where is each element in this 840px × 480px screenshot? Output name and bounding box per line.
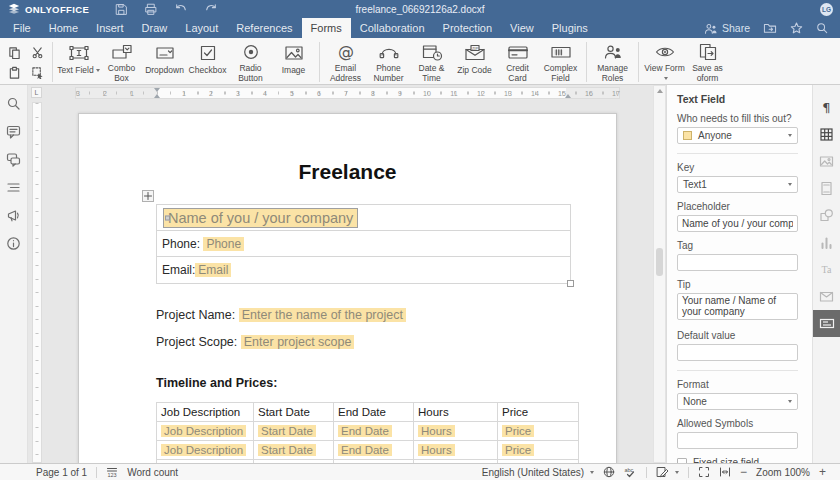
name-text-field[interactable]: Name of you / your company (163, 208, 358, 228)
complex-field-button[interactable]: Complex Field (539, 41, 582, 83)
track-changes-button[interactable] (656, 466, 679, 478)
select-all-icon[interactable] (29, 63, 45, 81)
comments-icon[interactable] (6, 124, 21, 139)
tab-home[interactable]: Home (40, 18, 87, 38)
price-table-row[interactable]: Job Description Start Date End Date Hour… (157, 422, 579, 441)
date-time-button[interactable]: Date & Time (410, 41, 453, 83)
set-language-globe-icon[interactable] (603, 466, 615, 478)
redo-icon[interactable] (204, 3, 218, 15)
tab-stop-selector[interactable]: L (31, 87, 42, 98)
tag-input[interactable] (677, 254, 798, 271)
dropdown-button[interactable]: Dropdown (143, 41, 186, 83)
tab-plugins[interactable]: Plugins (543, 18, 597, 38)
spellcheck-icon[interactable]: abc (624, 466, 637, 478)
zoom-out-button[interactable]: − (740, 466, 747, 478)
tab-draw[interactable]: Draw (133, 18, 177, 38)
image-button[interactable]: Image (272, 41, 315, 83)
tab-view[interactable]: View (501, 18, 543, 38)
undo-icon[interactable] (174, 3, 188, 15)
view-form-button[interactable]: View Form (643, 41, 686, 83)
tab-collaboration[interactable]: Collaboration (351, 18, 434, 38)
vertical-ruler[interactable] (32, 102, 42, 463)
table-row[interactable]: Phone: Phone (157, 231, 570, 257)
horizontal-ruler[interactable]: 3211234567891011121314151617 (75, 87, 620, 99)
fit-page-icon[interactable] (698, 466, 710, 478)
tab-references[interactable]: References (227, 18, 301, 38)
phone-number-button[interactable]: Phone Number (367, 41, 410, 83)
form-field[interactable]: Price (502, 425, 534, 437)
form-field[interactable]: Hours (418, 425, 455, 437)
form-field[interactable]: Start Date (258, 425, 316, 437)
page-number-label[interactable]: Page 1 of 1 (36, 467, 87, 478)
word-count-icon[interactable]: 123 (106, 466, 118, 478)
contact-table[interactable]: Name of you / your company Phone: Phone … (156, 204, 571, 284)
first-line-indent-marker[interactable] (154, 88, 160, 92)
open-file-location-icon[interactable] (763, 22, 777, 34)
table-resize-handle[interactable] (567, 280, 574, 287)
navigation-icon[interactable] (6, 180, 21, 195)
copy-icon[interactable] (6, 43, 22, 61)
table-settings-icon[interactable] (813, 121, 840, 148)
right-indent-marker[interactable] (565, 94, 571, 98)
form-field[interactable]: Hours (418, 444, 455, 456)
table-row[interactable]: Email:Email (157, 257, 570, 283)
feedback-icon[interactable] (6, 208, 21, 223)
table-move-handle[interactable] (142, 190, 154, 202)
favorite-star-icon[interactable] (790, 22, 803, 34)
form-settings-icon[interactable] (813, 310, 840, 337)
manage-roles-button[interactable]: Manage Roles (591, 41, 634, 83)
user-avatar[interactable]: LG (820, 3, 833, 16)
phone-text-field[interactable]: Phone (203, 237, 244, 251)
tab-forms[interactable]: Forms (302, 18, 351, 38)
email-text-field[interactable]: Email (195, 263, 231, 277)
tab-protection[interactable]: Protection (434, 18, 502, 38)
zoom-in-button[interactable]: + (819, 466, 826, 478)
default-value-input[interactable] (677, 344, 798, 361)
paste-icon[interactable] (6, 63, 22, 81)
print-icon[interactable] (144, 3, 158, 16)
tip-input[interactable]: Your name / Name of your company (677, 293, 798, 320)
project-name-field[interactable]: Enter the name of the project (239, 308, 406, 322)
form-field[interactable]: Start Date (258, 444, 316, 456)
zip-code-button[interactable]: ZIP Zip Code (453, 41, 496, 83)
placeholder-input[interactable] (677, 215, 798, 232)
about-icon[interactable] (6, 236, 21, 251)
scroll-up-arrow-icon[interactable] (657, 89, 663, 93)
format-select[interactable]: None (677, 393, 798, 410)
find-icon[interactable] (6, 96, 21, 111)
form-field[interactable]: End Date (338, 425, 392, 437)
name-placeholder[interactable]: Name of you / your company (164, 209, 357, 227)
table-row[interactable]: Name of you / your company (157, 205, 570, 231)
left-indent-marker[interactable] (154, 94, 160, 98)
document-language-button[interactable]: English (United States) (482, 467, 594, 478)
form-field[interactable]: Job Description (161, 444, 246, 456)
search-icon[interactable] (816, 22, 828, 34)
text-field-button[interactable]: Text Field (57, 41, 100, 83)
save-icon[interactable] (115, 3, 128, 16)
chat-icon[interactable] (6, 152, 21, 167)
key-select[interactable]: Text1 (677, 176, 798, 193)
price-table-row[interactable]: Job Description Start Date End Date Hour… (157, 441, 579, 460)
price-table[interactable]: Job Description Start Date End Date Hour… (156, 402, 579, 463)
cut-icon[interactable] (29, 43, 45, 61)
vertical-scrollbar[interactable] (653, 85, 666, 463)
share-button[interactable]: Share (704, 22, 750, 34)
document-page[interactable]: Freelance Name of you / your company Pho… (78, 113, 617, 463)
credit-card-button[interactable]: Credit Card (496, 41, 539, 83)
form-field[interactable]: End Date (338, 444, 392, 456)
paragraph-settings-icon[interactable]: ¶ (813, 94, 840, 121)
word-count-label[interactable]: Word count (127, 467, 178, 478)
who-fills-select[interactable]: Anyone (677, 127, 798, 144)
scrollbar-thumb[interactable] (656, 248, 663, 276)
document-heading[interactable]: Freelance (79, 160, 616, 184)
tab-layout[interactable]: Layout (176, 18, 227, 38)
tab-insert[interactable]: Insert (87, 18, 133, 38)
form-field[interactable]: Price (502, 444, 534, 456)
allowed-symbols-input[interactable] (677, 432, 798, 449)
fit-width-icon[interactable] (719, 466, 731, 478)
save-as-oform-button[interactable]: Save as oform (686, 41, 729, 83)
email-address-button[interactable]: @ Email Address (324, 41, 367, 83)
checkbox-button[interactable]: Checkbox (186, 41, 229, 83)
radio-button-button[interactable]: Radio Button (229, 41, 272, 83)
tab-file[interactable]: File (4, 18, 40, 38)
